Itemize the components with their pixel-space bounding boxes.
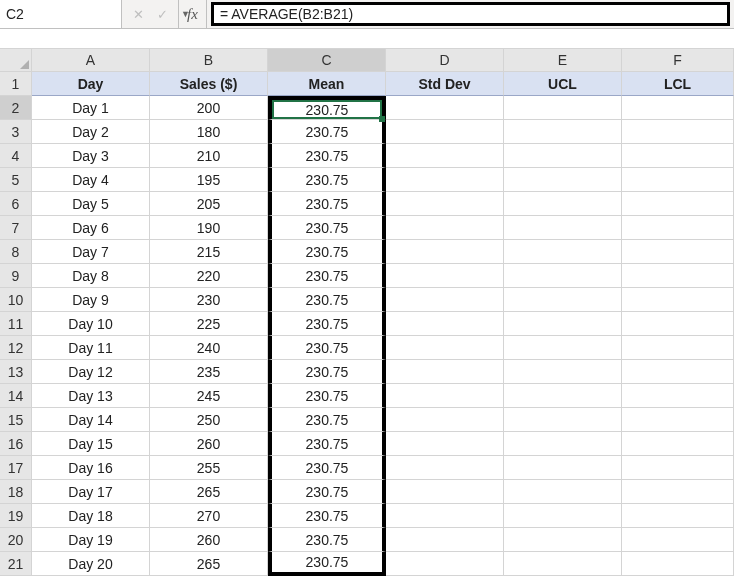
cell[interactable] [622,168,734,192]
row-header[interactable]: 13 [0,360,32,384]
cell[interactable] [622,312,734,336]
cell[interactable]: Mean [268,72,386,96]
cell[interactable] [622,408,734,432]
cell[interactable]: 230.75 [268,240,386,264]
column-header-E[interactable]: E [504,49,622,72]
cell[interactable] [504,504,622,528]
cancel-icon[interactable]: ✕ [128,4,148,24]
row-header[interactable]: 16 [0,432,32,456]
cell[interactable]: 180 [150,120,268,144]
cell[interactable]: 230.75 [268,336,386,360]
cell[interactable]: LCL [622,72,734,96]
cell[interactable]: Day 15 [32,432,150,456]
cell[interactable]: 205 [150,192,268,216]
cell[interactable]: Day 7 [32,240,150,264]
cell[interactable]: 190 [150,216,268,240]
cell[interactable] [386,144,504,168]
cell[interactable] [386,96,504,120]
row-header[interactable]: 21 [0,552,32,576]
row-header[interactable]: 19 [0,504,32,528]
cell[interactable] [504,432,622,456]
cell[interactable]: 265 [150,480,268,504]
cell[interactable]: Day 19 [32,528,150,552]
cell[interactable] [386,288,504,312]
cell[interactable] [622,552,734,576]
row-header[interactable]: 15 [0,408,32,432]
cell[interactable] [504,144,622,168]
cell[interactable]: 260 [150,528,268,552]
cell[interactable]: 215 [150,240,268,264]
cell[interactable] [504,360,622,384]
cell[interactable]: Day 8 [32,264,150,288]
cell[interactable]: 230.75 [268,144,386,168]
cell[interactable]: Day 20 [32,552,150,576]
name-box[interactable]: ▼ [0,0,122,28]
row-header[interactable]: 17 [0,456,32,480]
column-header-B[interactable]: B [150,49,268,72]
cell[interactable] [504,96,622,120]
cell[interactable] [622,216,734,240]
cell[interactable]: Day 13 [32,384,150,408]
cell[interactable] [386,192,504,216]
cell[interactable] [386,240,504,264]
cell[interactable] [504,456,622,480]
cell[interactable] [386,264,504,288]
cell[interactable] [504,336,622,360]
cell[interactable]: 230.75 [268,120,386,144]
cell[interactable] [386,312,504,336]
cell[interactable]: 230.75 [268,456,386,480]
cell[interactable]: 230.75 [268,360,386,384]
cell[interactable]: 260 [150,432,268,456]
cell[interactable]: 230.75 [268,384,386,408]
cell[interactable] [504,552,622,576]
cell[interactable]: Day 4 [32,168,150,192]
cell[interactable] [622,456,734,480]
cell[interactable] [622,336,734,360]
cell[interactable] [386,456,504,480]
cell[interactable] [386,504,504,528]
cell[interactable]: Day 1 [32,96,150,120]
cell[interactable]: 230.75 [268,288,386,312]
cell[interactable]: 230.75 [268,312,386,336]
cell[interactable]: Day 12 [32,360,150,384]
cell[interactable]: Day [32,72,150,96]
cell[interactable] [386,528,504,552]
cell[interactable] [622,144,734,168]
cell[interactable] [504,264,622,288]
cell[interactable] [386,408,504,432]
worksheet-grid[interactable]: A B C D E F 1 Day Sales ($) Mean Std Dev… [0,49,734,576]
cell[interactable]: Day 10 [32,312,150,336]
cell[interactable] [504,120,622,144]
cell[interactable]: 230.75 [268,216,386,240]
cell[interactable]: 230.75 [268,408,386,432]
cell[interactable] [622,360,734,384]
cell[interactable] [386,552,504,576]
row-header[interactable]: 10 [0,288,32,312]
cell[interactable]: Day 9 [32,288,150,312]
column-header-F[interactable]: F [622,49,734,72]
cell[interactable] [504,192,622,216]
cell[interactable] [386,336,504,360]
cell[interactable]: 270 [150,504,268,528]
cell[interactable] [622,480,734,504]
cell[interactable]: Day 14 [32,408,150,432]
cell[interactable]: 230.75 [268,168,386,192]
cell[interactable] [504,480,622,504]
cell[interactable] [622,120,734,144]
cell[interactable]: 235 [150,360,268,384]
cell[interactable] [622,240,734,264]
row-header[interactable]: 18 [0,480,32,504]
cell[interactable]: 210 [150,144,268,168]
cell[interactable]: 230.75 [268,480,386,504]
cell[interactable] [622,504,734,528]
cell[interactable] [504,528,622,552]
cell[interactable]: Day 17 [32,480,150,504]
cell[interactable] [504,216,622,240]
cell[interactable]: 255 [150,456,268,480]
cell[interactable] [622,96,734,120]
row-header[interactable]: 2 [0,96,32,120]
column-header-A[interactable]: A [32,49,150,72]
cell[interactable] [622,432,734,456]
cell[interactable] [504,312,622,336]
cell[interactable]: 230.75 [268,504,386,528]
